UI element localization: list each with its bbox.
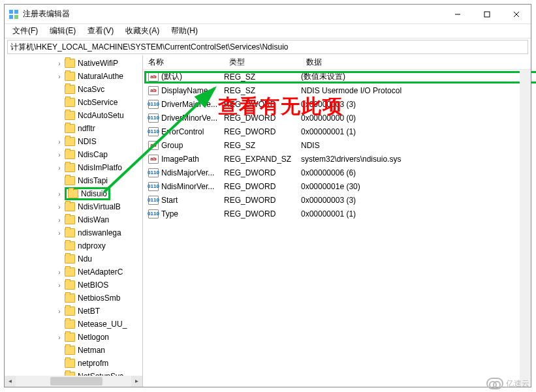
tree-item[interactable]: ›Ndisuio xyxy=(5,187,142,200)
tree-item[interactable]: ›NdisVirtualB xyxy=(5,200,142,213)
tree-item[interactable]: Netman xyxy=(5,344,142,357)
menu-item[interactable]: 收藏夹(A) xyxy=(120,24,165,38)
value-row[interactable]: 0110NdisMajorVer...REG_DWORD0x00000006 (… xyxy=(143,166,531,179)
tree-item[interactable]: ›NetBIOS xyxy=(5,279,142,292)
value-row[interactable]: abImagePathREG_EXPAND_SZsystem32\drivers… xyxy=(143,152,531,166)
minimize-button[interactable] xyxy=(443,5,472,23)
value-row[interactable]: 0110ErrorControlREG_DWORD0x00000001 (1) xyxy=(143,125,531,138)
tree-item[interactable]: ›NDIS xyxy=(5,135,142,148)
tree-item[interactable]: Netease_UU_ xyxy=(5,318,142,331)
tree-item[interactable]: Ndu xyxy=(5,252,142,265)
scrollbar-track[interactable] xyxy=(16,376,131,387)
tree-item[interactable]: ›NativeWifiP xyxy=(5,57,142,70)
value-data: NDIS Usermode I/O Protocol xyxy=(301,86,531,95)
dword-value-icon: 0110 xyxy=(148,113,159,123)
expand-icon[interactable]: › xyxy=(55,138,63,145)
expand-icon[interactable]: › xyxy=(55,60,63,67)
value-row[interactable]: 0110StartREG_DWORD0x00000003 (3) xyxy=(143,193,531,207)
titlebar: 注册表编辑器 xyxy=(5,5,531,24)
expand-icon[interactable]: › xyxy=(55,164,63,172)
menu-item[interactable]: 编辑(E) xyxy=(44,24,81,38)
tree-item-label: NetBT xyxy=(78,307,100,316)
tree-item[interactable]: ndproxy xyxy=(5,239,142,252)
scroll-right-button[interactable]: ► xyxy=(131,376,142,387)
tree-item[interactable]: NetbiosSmb xyxy=(5,292,142,305)
tree-item-label: NdisWan xyxy=(78,215,109,224)
expand-icon[interactable]: › xyxy=(55,73,63,80)
value-type: REG_DWORD xyxy=(224,182,301,191)
value-name: ErrorControl xyxy=(161,127,224,136)
horizontal-scrollbar[interactable]: ◄ ► xyxy=(5,376,142,387)
menu-item[interactable]: 查看(V) xyxy=(82,24,119,38)
watermark-icon xyxy=(486,378,503,389)
folder-icon xyxy=(68,189,78,198)
column-header-name[interactable]: 名称 xyxy=(143,57,224,68)
tree-item[interactable]: ›ndiswanlega xyxy=(5,226,142,239)
tree-item[interactable]: ›NaturalAuthe xyxy=(5,70,142,83)
value-row[interactable]: abGroupREG_SZNDIS xyxy=(143,138,531,152)
menu-item[interactable]: 文件(F) xyxy=(7,24,43,38)
svg-rect-0 xyxy=(9,10,13,14)
dword-value-icon: 0110 xyxy=(148,127,159,136)
tree-item-label: NdisVirtualB xyxy=(78,202,121,211)
tree-item[interactable]: ndfltr xyxy=(5,122,142,135)
expand-icon[interactable]: › xyxy=(55,151,63,158)
selected-tree-item: Ndisuio xyxy=(65,187,110,200)
tree-item[interactable]: NcbService xyxy=(5,96,142,109)
tree-item[interactable]: ›NdisCap xyxy=(5,148,142,161)
folder-icon xyxy=(65,85,75,94)
folder-icon xyxy=(65,202,75,211)
tree-item[interactable]: ›NetAdapterC xyxy=(5,265,142,279)
svg-rect-2 xyxy=(9,15,13,19)
expand-icon[interactable]: › xyxy=(55,269,63,276)
scroll-left-button[interactable]: ◄ xyxy=(5,376,16,387)
tree-item[interactable]: ›NdisWan xyxy=(5,213,142,226)
menu-item[interactable]: 帮助(H) xyxy=(166,24,203,38)
tree-item[interactable]: NcaSvc xyxy=(5,83,142,96)
tree-item[interactable]: ›Netlogon xyxy=(5,331,142,344)
expand-icon[interactable]: › xyxy=(55,217,63,224)
expand-icon[interactable]: › xyxy=(55,334,63,341)
string-value-icon: ab xyxy=(148,155,159,164)
value-data: 0x00000000 (0) xyxy=(301,113,531,123)
value-row[interactable]: abDisplayNameREG_SZNDIS Usermode I/O Pro… xyxy=(143,83,531,97)
tree-item[interactable]: ›NetBT xyxy=(5,305,142,318)
value-row[interactable]: 0110DriverMinorVe...REG_DWORD0x00000000 … xyxy=(143,111,531,125)
maximize-button[interactable] xyxy=(472,5,501,23)
column-header-type[interactable]: 类型 xyxy=(224,57,301,68)
address-bar[interactable]: 计算机\HKEY_LOCAL_MACHINE\SYSTEM\CurrentCon… xyxy=(7,40,528,54)
tree-item[interactable]: ›NdisImPlatfo xyxy=(5,161,142,174)
value-name: Group xyxy=(161,141,224,150)
tree-item[interactable]: netprofm xyxy=(5,357,142,370)
tree-item-label: NetbiosSmb xyxy=(78,294,120,303)
value-data: system32\drivers\ndisuio.sys xyxy=(301,155,531,164)
dword-value-icon: 0110 xyxy=(148,182,159,191)
tree-item-label: NdisTapi xyxy=(78,176,108,185)
folder-icon xyxy=(65,124,75,133)
tree-item[interactable]: NdisTapi xyxy=(5,174,142,187)
value-name: NdisMajorVer... xyxy=(161,168,224,177)
expand-icon[interactable]: › xyxy=(55,230,63,237)
value-row[interactable]: 0110DriverMajorVe...REG_DWORD0x00000003 … xyxy=(143,97,531,111)
value-row[interactable]: 0110NdisMinorVer...REG_DWORD0x0000001e (… xyxy=(143,179,531,193)
vertical-scrollbar[interactable] xyxy=(520,70,531,387)
folder-icon xyxy=(65,359,75,368)
close-button[interactable] xyxy=(501,5,531,23)
expand-icon[interactable]: › xyxy=(55,308,63,315)
folder-icon xyxy=(65,241,75,250)
folder-icon xyxy=(65,111,75,120)
value-row[interactable]: 0110TypeREG_DWORD0x00000001 (1) xyxy=(143,207,531,220)
folder-icon xyxy=(65,98,75,107)
expand-icon[interactable]: › xyxy=(55,282,63,289)
tree-item-label: NativeWifiP xyxy=(78,59,118,68)
tree-item-label: NcaSvc xyxy=(78,85,104,94)
tree-panel[interactable]: ›NativeWifiP›NaturalAutheNcaSvcNcbServic… xyxy=(5,55,143,387)
watermark-text: 亿速云 xyxy=(506,378,529,389)
value-type: REG_DWORD xyxy=(224,209,301,219)
expand-icon[interactable]: › xyxy=(55,204,63,211)
column-header-data[interactable]: 数据 xyxy=(301,57,531,68)
tree-item-label: netprofm xyxy=(78,359,108,368)
scrollbar-thumb[interactable] xyxy=(50,377,102,385)
tree-item[interactable]: NcdAutoSetu xyxy=(5,109,142,122)
expand-icon[interactable]: › xyxy=(55,190,63,198)
